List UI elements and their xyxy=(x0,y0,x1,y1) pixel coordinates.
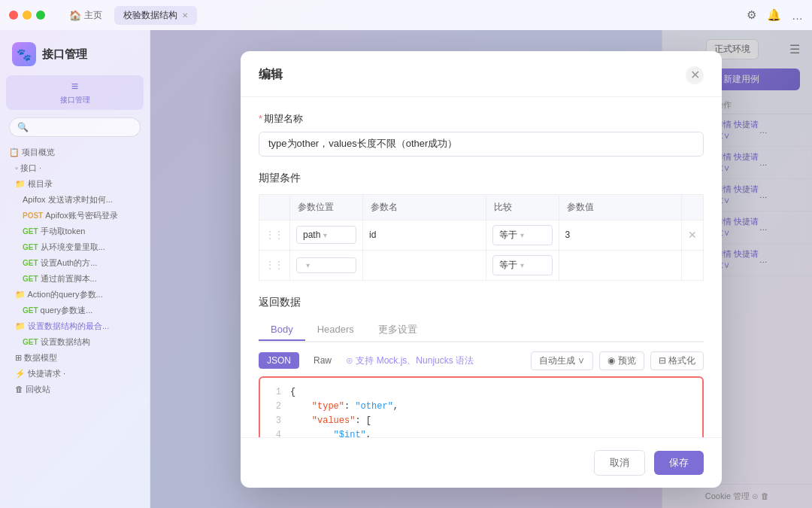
required-star: * xyxy=(259,113,262,124)
col-compare: 比较 xyxy=(486,194,559,220)
tree-item-3[interactable]: GET手动取token xyxy=(6,224,144,239)
settings-icon[interactable]: ⚙ xyxy=(747,8,756,22)
nav-item-api-label: 接口管理 xyxy=(60,95,90,105)
name-input[interactable] xyxy=(259,132,704,157)
compare-select[interactable]: 等于 ▾ xyxy=(492,225,553,245)
tree-item-overview[interactable]: 📋 项目概览 xyxy=(6,144,144,160)
line-content: "values": [ xyxy=(290,414,693,428)
api-icon: ≡ xyxy=(71,80,78,93)
position-cell-2: ▾ xyxy=(290,250,363,280)
modal-overlay: 编辑 ✕ * 期望名称 期望条件 xyxy=(150,30,812,508)
tab-close-icon[interactable]: ✕ xyxy=(182,11,188,20)
maximize-traffic-light[interactable] xyxy=(36,11,45,20)
format-raw-button[interactable]: Raw xyxy=(305,352,340,369)
tab-home-label: 主页 xyxy=(84,9,102,22)
tree-item-quick[interactable]: ⚡ 快捷请求 · xyxy=(6,366,144,382)
nav-item-api[interactable]: ≡ 接口管理 xyxy=(6,75,144,110)
minimize-traffic-light[interactable] xyxy=(23,11,32,20)
notification-icon[interactable]: 🔔 xyxy=(767,8,781,22)
position-select-2[interactable]: ▾ xyxy=(296,257,356,273)
tab-validate-data[interactable]: 校验数据结构 ✕ xyxy=(114,6,197,25)
content-area: 正式环境 ☰ + 新建用例 请求者 操作 Ring 详情 快捷请求∨ … Rin… xyxy=(150,30,812,508)
search-input[interactable] xyxy=(9,117,141,137)
close-traffic-light[interactable] xyxy=(9,11,18,20)
tab-home[interactable]: 🏠 主页 xyxy=(60,6,111,25)
line-num: 3 xyxy=(269,414,281,428)
auto-generate-button[interactable]: 自动生成 ∨ xyxy=(531,351,593,370)
toolbar-right: 自动生成 ∨ ◉ 预览 ⊟ 格式化 xyxy=(531,351,704,370)
line-num: 2 xyxy=(269,400,281,414)
tree-item-8[interactable]: GET设置数据结构 xyxy=(6,334,144,350)
col-param-name: 参数名 xyxy=(363,194,486,220)
tab-headers[interactable]: Headers xyxy=(305,319,366,341)
tree-item-root[interactable]: 📁 根目录 xyxy=(6,176,144,192)
tree-item-1[interactable]: Apifox 发送请求时如何... xyxy=(6,192,144,208)
compare-select-2[interactable]: 等于 ▾ xyxy=(492,255,553,275)
param-value-input-2[interactable] xyxy=(565,260,676,270)
tree-item-7[interactable]: GETquery参数速... xyxy=(6,303,144,318)
more-icon[interactable]: … xyxy=(792,9,803,22)
home-icon: 🏠 xyxy=(69,10,81,21)
tree-item-data-folder[interactable]: 📁 设置数据结构的最合... xyxy=(6,318,144,334)
line-num: 4 xyxy=(269,428,281,437)
return-data-section: 返回数据 Body Headers 更多设置 JSON Raw ⊙ 支持 Moc… xyxy=(259,296,704,437)
sidebar: 🐾 接口管理 ≡ 接口管理 📋 项目概览 ◦ 接口 · 📁 根目录 Apifox… xyxy=(0,30,150,508)
code-line-3: 3 "values": [ xyxy=(269,414,693,428)
tree-item-2[interactable]: POSTApifox账号密码登录 xyxy=(6,208,144,224)
modal-body: * 期望名称 期望条件 参数位置 xyxy=(241,97,722,437)
tree-item-trash[interactable]: 🗑 回收站 xyxy=(6,382,144,397)
param-name-input-2[interactable] xyxy=(369,260,480,270)
condition-row-2: ⋮⋮ ▾ xyxy=(259,250,704,280)
tree-item-4[interactable]: GET从环境变量里取... xyxy=(6,239,144,255)
condition-row-1: ⋮⋮ path ▾ xyxy=(259,220,704,250)
position-cell: path ▾ xyxy=(290,220,363,250)
compare-cell-2: 等于 ▾ xyxy=(486,250,559,280)
modal-header: 编辑 ✕ xyxy=(241,51,722,97)
param-name-cell xyxy=(363,220,486,250)
position-select[interactable]: path ▾ xyxy=(296,226,356,244)
tab-bar: 🏠 主页 校验数据结构 ✕ xyxy=(60,6,197,25)
modal-dialog: 编辑 ✕ * 期望名称 期望条件 xyxy=(241,51,722,488)
tree-item-action-folder[interactable]: 📁 Action的query参数... xyxy=(6,287,144,303)
format-json-button[interactable]: JSON xyxy=(259,352,299,369)
sidebar-logo: 🐾 接口管理 xyxy=(0,30,150,72)
tab-more-settings[interactable]: 更多设置 xyxy=(366,318,429,342)
save-button[interactable]: 保存 xyxy=(654,451,704,475)
delete-row-button[interactable]: ✕ xyxy=(688,229,697,241)
drag-handle[interactable]: ⋮⋮ xyxy=(259,220,290,250)
tree-item-5[interactable]: GET设置Auth的方... xyxy=(6,255,144,271)
param-name-cell-2 xyxy=(363,250,486,280)
tree-item-6[interactable]: GET通过前置脚本... xyxy=(6,271,144,287)
condition-title: 期望条件 xyxy=(259,172,704,185)
return-data-title: 返回数据 xyxy=(259,296,704,309)
format-button[interactable]: ⊟ 格式化 xyxy=(650,351,704,370)
preview-button[interactable]: ◉ 预览 xyxy=(599,351,644,370)
modal-footer: 取消 保存 xyxy=(241,437,722,488)
line-content: { xyxy=(290,385,693,400)
tree-item-data-model[interactable]: ⊞ 数据模型 xyxy=(6,350,144,366)
tree-item-api[interactable]: ◦ 接口 · xyxy=(6,160,144,176)
param-value-cell-2 xyxy=(559,250,682,280)
param-name-input[interactable] xyxy=(369,230,480,240)
drag-handle-2[interactable]: ⋮⋮ xyxy=(259,250,290,280)
line-content: "$int", xyxy=(290,428,693,437)
sidebar-nav: ≡ 接口管理 xyxy=(0,72,150,113)
line-content: "type": "other", xyxy=(290,400,693,414)
position-value: path xyxy=(303,230,320,240)
cancel-button[interactable]: 取消 xyxy=(594,450,645,476)
delete-cell: ✕ xyxy=(682,220,704,250)
col-value: 参数值 xyxy=(559,194,682,220)
condition-section: 期望条件 参数位置 参数名 比较 参数值 xyxy=(259,172,704,281)
tab-body[interactable]: Body xyxy=(259,319,305,341)
modal-title: 编辑 xyxy=(259,67,283,83)
toolbar-row: JSON Raw ⊙ 支持 Mock.js、Nunjucks 语法 自动生成 ∨… xyxy=(259,351,704,370)
titlebar-right: ⚙ 🔔 … xyxy=(747,8,803,22)
tab-validate-label: 校验数据结构 xyxy=(123,9,177,22)
main-layout: 🐾 接口管理 ≡ 接口管理 📋 项目概览 ◦ 接口 · 📁 根目录 Apifox… xyxy=(0,30,812,508)
param-value-input[interactable] xyxy=(565,230,676,240)
code-editor[interactable]: 1 { 2 "type": "other", 3 "values": [ xyxy=(259,376,704,437)
param-value-cell xyxy=(559,220,682,250)
modal-close-button[interactable]: ✕ xyxy=(686,66,704,84)
mock-hint: ⊙ 支持 Mock.js、Nunjucks 语法 xyxy=(346,354,474,367)
compare-value: 等于 xyxy=(499,229,517,242)
